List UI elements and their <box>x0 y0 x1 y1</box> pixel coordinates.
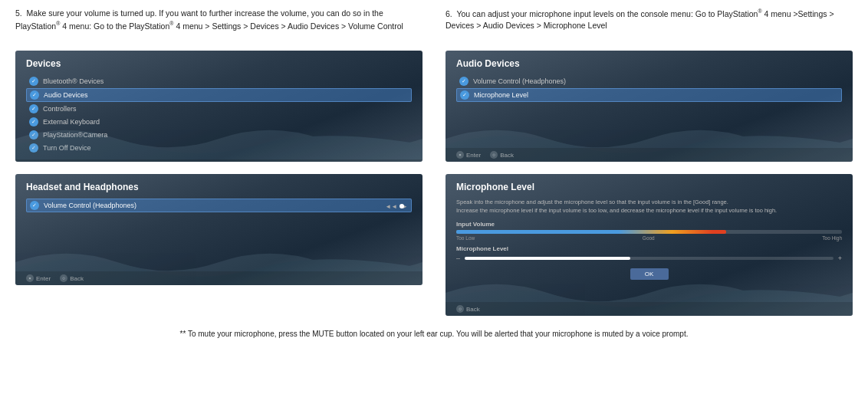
wave-bg-2 <box>446 116 853 162</box>
devices-item-0: ✓ Bluetooth® Devices <box>26 75 412 87</box>
devices-item-1: ✓ Audio Devices <box>26 88 412 102</box>
step-6-text: 6. You can adjust your microphone input … <box>446 8 853 32</box>
devices-screen: Devices ✓ Bluetooth® Devices ✓ Audio Dev… <box>15 51 422 162</box>
mic-level-bar <box>465 257 833 260</box>
audio-item-1: ✓ Microphone Level <box>456 88 842 102</box>
audio-check-0: ✓ <box>459 77 469 86</box>
headset-check-0: ✓ <box>30 201 39 210</box>
step-5-number: 5. <box>15 8 22 18</box>
audio-devices-screen-wrap: Audio Devices ✓ Volume Control (Headphon… <box>446 51 853 162</box>
wave-bg-1 <box>15 116 422 162</box>
wave-bg-3 <box>15 239 422 285</box>
headset-screen-wrap: Headset and Headphones ✓ Volume Control … <box>15 174 422 316</box>
devices-title: Devices <box>26 58 412 69</box>
headset-item-0: ✓ Volume Control (Headphones) ◄◄ ► <box>26 199 412 212</box>
footnote: ** To mute your microphone, press the MU… <box>15 328 853 340</box>
headset-title: Headset and Headphones <box>26 182 412 192</box>
wave-bg-4 <box>446 270 853 316</box>
volume-labels: Too Low Good Too High <box>456 235 842 241</box>
check-icon-1: ✓ <box>30 90 39 100</box>
input-volume-bar <box>456 230 842 234</box>
headset-screen: Headset and Headphones ✓ Volume Control … <box>15 174 422 285</box>
input-volume-label: Input Volume <box>456 221 842 228</box>
check-icon-0: ✓ <box>29 77 38 86</box>
mic-level-screen: Microphone Level Speak into the micropho… <box>446 174 853 316</box>
input-volume-fill <box>456 230 726 234</box>
mic-level-control: – + <box>456 254 842 262</box>
step-5-text: 5. Make sure your volume is turned up. I… <box>15 8 422 32</box>
devices-screen-wrap: Devices ✓ Bluetooth® Devices ✓ Audio Dev… <box>15 51 422 162</box>
devices-item-2: ✓ Controllers <box>26 103 412 115</box>
check-icon-2: ✓ <box>29 104 38 113</box>
audio-item-0: ✓ Volume Control (Headphones) <box>456 75 842 87</box>
mic-level-title: Microphone Level <box>456 182 842 192</box>
mic-level-label: Microphone Level <box>456 245 842 252</box>
step-row-1: 5. Make sure your volume is turned up. I… <box>15 8 853 38</box>
screenshots-row-1: Devices ✓ Bluetooth® Devices ✓ Audio Dev… <box>15 51 853 162</box>
step-5-col: 5. Make sure your volume is turned up. I… <box>15 8 422 38</box>
mic-minus: – <box>456 254 460 262</box>
mic-plus: + <box>838 254 842 262</box>
audio-devices-title: Audio Devices <box>456 58 842 69</box>
mic-level-screen-wrap: Microphone Level Speak into the micropho… <box>446 174 853 316</box>
audio-check-1: ✓ <box>460 90 469 100</box>
audio-devices-screen: Audio Devices ✓ Volume Control (Headphon… <box>446 51 853 162</box>
headset-slider: ◄◄ ► <box>385 203 408 210</box>
screenshots-row-2: Headset and Headphones ✓ Volume Control … <box>15 174 853 316</box>
step-6-number: 6. <box>446 9 452 18</box>
step-6-col: 6. You can adjust your microphone input … <box>446 8 853 38</box>
mic-level-desc: Speak into the microphone and adjust the… <box>456 199 842 215</box>
mic-level-fill <box>465 257 630 260</box>
